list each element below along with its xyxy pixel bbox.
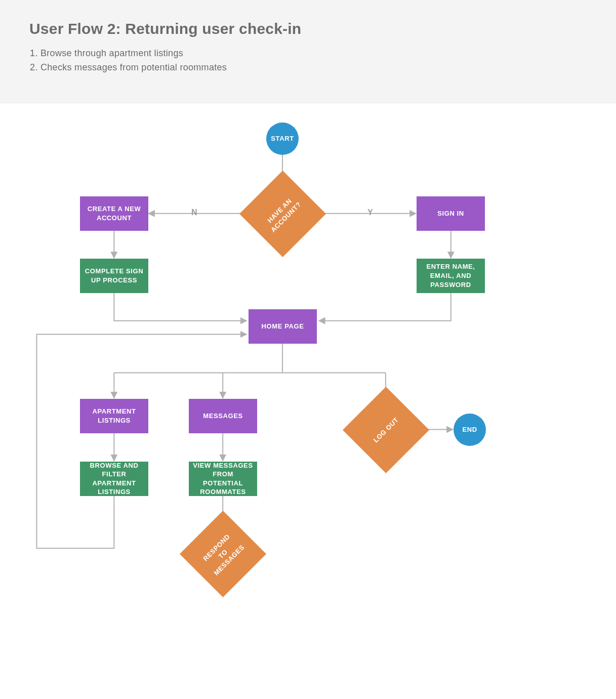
messages-node: MESSAGES — [189, 399, 257, 433]
have-account-node: HAVE AN ACCOUNT? — [252, 183, 313, 244]
home-page-node: HOME PAGE — [249, 309, 317, 344]
edge-label-no: N — [191, 208, 197, 217]
sign-in-label: SIGN IN — [437, 209, 464, 218]
messages-label: MESSAGES — [203, 412, 242, 421]
start-node: START — [266, 122, 299, 155]
browse-filter-node: BROWSE AND FILTER APARTMENT LISTINGS — [80, 462, 148, 496]
browse-filter-label: BROWSE AND FILTER APARTMENT LISTINGS — [83, 461, 145, 497]
enter-credentials-label: ENTER NAME, EMAIL, AND PASSWORD — [420, 262, 482, 289]
complete-signup-node: COMPLETE SIGN UP PROCESS — [80, 259, 148, 293]
sign-in-node: SIGN IN — [417, 196, 485, 231]
flowchart: START HAVE AN ACCOUNT? N Y CREATE A NEW … — [0, 103, 616, 699]
view-messages-node: VIEW MESSAGES FROM POTENTIAL ROOMMATES — [189, 462, 257, 496]
home-page-label: HOME PAGE — [262, 322, 304, 331]
apartment-listings-label: APARTMENT LISTINGS — [83, 407, 145, 425]
create-account-label: CREATE A NEW ACCOUNT — [83, 204, 145, 222]
apartment-listings-node: APARTMENT LISTINGS — [80, 399, 148, 433]
view-messages-label: VIEW MESSAGES FROM POTENTIAL ROOMMATES — [192, 461, 254, 497]
log-out-node: LOG OUT — [355, 399, 417, 461]
start-label: START — [271, 134, 294, 143]
page-title: User Flow 2: Returning user check-in — [29, 20, 587, 37]
log-out-label: LOG OUT — [372, 416, 400, 444]
edge-label-yes: Y — [367, 208, 373, 217]
respond-node: RESPOND TO MESSAGES — [192, 523, 254, 585]
end-node: END — [454, 414, 486, 446]
respond-label: RESPOND TO MESSAGES — [198, 529, 248, 579]
step-item: Checks messages from potential roommates — [40, 61, 587, 75]
complete-signup-label: COMPLETE SIGN UP PROCESS — [83, 267, 145, 284]
create-account-node: CREATE A NEW ACCOUNT — [80, 196, 148, 231]
enter-credentials-node: ENTER NAME, EMAIL, AND PASSWORD — [417, 259, 485, 293]
step-item: Browse through apartment listings — [40, 47, 587, 61]
end-label: END — [462, 425, 477, 434]
steps-list: Browse through apartment listings Checks… — [29, 47, 587, 75]
have-account-label: HAVE AN ACCOUNT? — [261, 192, 304, 235]
header-block: User Flow 2: Returning user check-in Bro… — [0, 0, 616, 103]
